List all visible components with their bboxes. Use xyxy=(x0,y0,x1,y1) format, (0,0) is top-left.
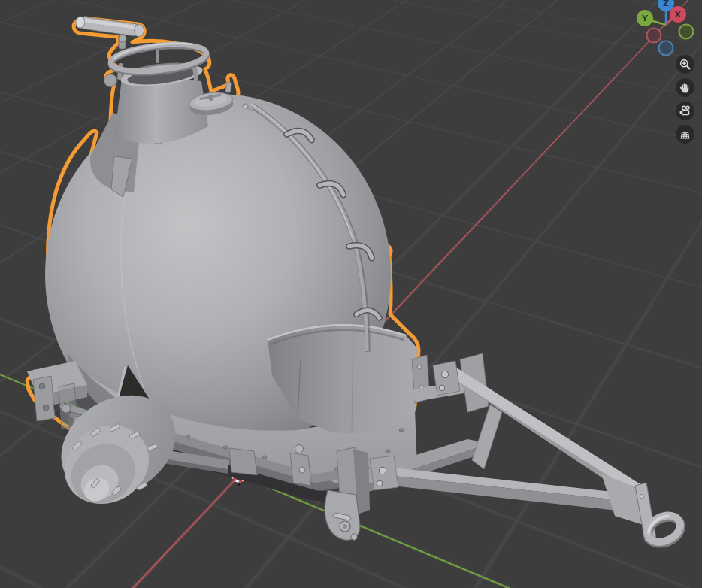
zoom-button[interactable] xyxy=(676,55,694,74)
gizmo-label-x: X xyxy=(675,10,682,20)
hand-icon xyxy=(679,81,691,94)
camera-view-button[interactable] xyxy=(676,102,694,120)
gizmo-label-z: Z xyxy=(663,0,669,8)
perspective-toggle-button[interactable] xyxy=(676,125,694,144)
gizmo-ball-y-neg[interactable] xyxy=(679,25,694,39)
gizmo-ball-x-neg[interactable] xyxy=(647,29,661,43)
3d-viewport[interactable]: X Y Z xyxy=(0,0,702,588)
gizmo-ball-x-pos[interactable]: X xyxy=(670,6,686,23)
gizmo-ball-y-pos[interactable]: Y xyxy=(637,10,653,26)
grid-perspective-icon xyxy=(679,128,691,141)
gizmo-ball-z-neg[interactable] xyxy=(659,41,673,56)
model-tanker-trailer[interactable] xyxy=(0,0,702,588)
magnifier-plus-icon xyxy=(679,58,691,71)
pan-button[interactable] xyxy=(676,78,694,97)
gizmo-label-y: Y xyxy=(641,14,649,23)
camera-icon xyxy=(679,105,691,117)
viewport-toolbar xyxy=(676,55,695,144)
